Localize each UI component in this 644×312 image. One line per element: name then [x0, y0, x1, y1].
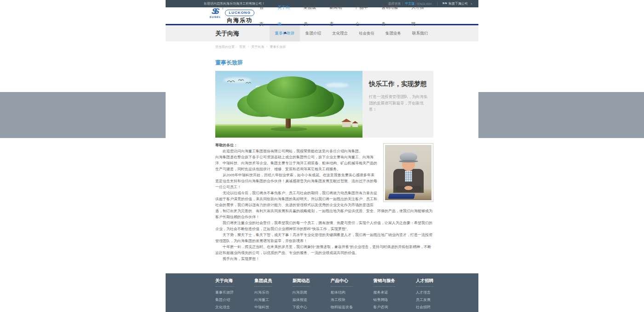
- house-shape: [352, 123, 358, 127]
- chairman-message-article: 尊敬的各位： 欢迎您访问向海重工集团股份有限公司网站，我很荣幸能在这里向各位介绍…: [215, 142, 433, 262]
- logo-chinese-name: 向海乐功: [225, 17, 254, 24]
- logo-sunel-text: SUNEL: [209, 16, 221, 18]
- article-paragraph: 天下势，聚天下士，集天下智，成天下事！高水平专业化管理的关键因素是人才，我们将一…: [215, 232, 433, 244]
- footer-column-title: 产品中心: [331, 278, 353, 287]
- page: 欢迎访问启东向海乐功海洋工程有限公司！ 选择语言： 中文版 / ENGLISH …: [0, 0, 644, 312]
- header: SS SUNEL ® LUCKONG 向海乐功 首页关于向海集团成员新闻动态产品…: [166, 7, 478, 25]
- chevron-right-icon: ›: [471, 2, 472, 6]
- content-column: 欢迎访问启东向海乐功海洋工程有限公司！ 选择语言： 中文版 / ENGLISH …: [166, 0, 478, 312]
- breadcrumb-item[interactable]: 董事长致辞: [270, 45, 286, 48]
- footer-link[interactable]: 向海新闻: [293, 290, 310, 295]
- breadcrumb-separator: ›: [247, 45, 250, 48]
- footer-link[interactable]: 员工发展: [416, 297, 433, 302]
- house-shape: [342, 122, 351, 127]
- footer-link[interactable]: 董事长致辞: [215, 290, 234, 295]
- nav-item-marketing[interactable]: 营销与服务: [376, 0, 406, 32]
- footer-link[interactable]: 海工模块: [331, 297, 353, 302]
- logo-mark-letters: SS: [209, 7, 222, 15]
- banner-tree-image: [215, 71, 362, 138]
- footer: 关于向海董事长致辞集团介绍文化理念社会责任集团业务集团成员向海乐功向海重工中瑞科…: [166, 273, 478, 312]
- footer-link[interactable]: 媒体报道: [293, 297, 310, 302]
- breadcrumb: 您当前的位置：首页 › 关于向海 › 董事长致辞: [166, 41, 478, 52]
- banner-slogan: 快乐工作，实现梦想: [369, 80, 428, 88]
- flags-icon: ⚑⚑: [442, 2, 447, 6]
- footer-link[interactable]: 物料输送设备: [331, 305, 353, 310]
- footer-column-title: 营销与服务: [374, 278, 396, 287]
- nav-item-about[interactable]: 关于向海: [272, 0, 299, 32]
- nav-item-members[interactable]: 集团成员: [299, 0, 325, 32]
- footer-link[interactable]: 人才理念: [416, 290, 433, 295]
- footer-link[interactable]: 向海乐功: [254, 290, 272, 295]
- main-content: 董事长致辞: [166, 52, 478, 273]
- logo-mark-icon: SS SUNEL: [209, 7, 221, 18]
- nav-item-products[interactable]: 产品中心: [351, 0, 377, 32]
- breadcrumb-prefix: 您当前的位置：: [215, 45, 238, 48]
- section-title: 关于向海: [215, 29, 239, 38]
- footer-column-title: 新闻动态: [293, 278, 310, 287]
- footer-link[interactable]: 集团介绍: [215, 297, 234, 302]
- footer-link[interactable]: 服务承诺: [374, 290, 396, 295]
- breadcrumb-item[interactable]: 首页: [239, 45, 246, 48]
- logo[interactable]: SS SUNEL ® LUCKONG 向海乐功: [209, 7, 254, 24]
- banner-slogan-box: 快乐工作，实现梦想 打造一流投资管理团队，为向海集团的发展谱写新篇章，开创新境界…: [362, 71, 433, 138]
- footer-column-title: 人才招聘: [416, 278, 433, 287]
- main-nav: 首页关于向海集团成员新闻动态产品中心营销与服务人才招聘: [254, 7, 432, 24]
- footer-column-news: 新闻动态向海新闻媒体报道下载中心: [293, 278, 310, 312]
- footer-link[interactable]: 社会招聘: [416, 305, 433, 310]
- banner: 快乐工作，实现梦想 打造一流投资管理团队，为向海集团的发展谱写新篇章，开创新境界…: [215, 71, 433, 138]
- article-paragraph: 我们将更注重企业的社会责任，我希望我们的每一个员工，拥有激情、热爱与责任，实现个…: [215, 220, 433, 232]
- chairman-photo-art: [385, 145, 431, 200]
- footer-link[interactable]: 文化理念: [215, 305, 234, 310]
- topbar-divider: [437, 2, 437, 6]
- footer-link[interactable]: 下载中心: [293, 305, 310, 310]
- breadcrumb-item[interactable]: 关于向海: [251, 45, 264, 48]
- tree-crown: [267, 76, 316, 98]
- footer-column-careers: 人才招聘人才理念员工发展社会招聘校园招聘应聘须知联系我们: [416, 278, 433, 312]
- birds-icon: [226, 78, 252, 86]
- nav-item-careers[interactable]: 人才招聘: [406, 0, 432, 32]
- cloud-shape: [326, 83, 349, 87]
- footer-link[interactable]: 船体结构: [331, 290, 353, 295]
- footer-link[interactable]: 向海重工: [254, 297, 272, 302]
- article-paragraph: 携手向海，实现梦想！: [215, 256, 433, 262]
- footer-column-title: 关于向海: [215, 278, 234, 287]
- footer-link[interactable]: 客户咨询: [374, 305, 396, 310]
- footer-column-service: 营销与服务服务承诺销售网络客户咨询客户投诉: [374, 278, 396, 312]
- registered-mark: ®: [222, 7, 224, 10]
- footer-column-about: 关于向海董事长致辞集团介绍文化理念社会责任集团业务: [215, 278, 234, 312]
- article-paragraph: 十年磨一剑，挥戈正当时。在未来的岁月里，我们将秉持“激情进取，兼容并蓄”的企业理…: [215, 244, 433, 256]
- footer-column-members: 集团成员向海乐功向海重工中瑞科技向海技术: [254, 278, 272, 312]
- footer-column-title: 集团成员: [254, 278, 272, 287]
- logo-luckong-badge: LUCKONG: [225, 10, 254, 16]
- breadcrumb-separator: ›: [265, 45, 268, 48]
- banner-description: 打造一流投资管理团队，为向海集团的发展谱写新篇章，开创新境界！: [369, 93, 428, 113]
- footer-column-products: 产品中心船体结构海工模块物料输送设备钢结构其他产品: [331, 278, 353, 312]
- footer-link[interactable]: 销售网络: [374, 297, 396, 302]
- nav-item-home[interactable]: 首页: [254, 0, 272, 32]
- footer-link[interactable]: 中瑞科技: [254, 305, 272, 310]
- nav-item-news[interactable]: 新闻动态: [324, 0, 351, 32]
- chairman-photo: [383, 143, 433, 202]
- page-title: 董事长致辞: [215, 59, 433, 67]
- subsidiaries-link[interactable]: 集团下属公司: [448, 1, 468, 6]
